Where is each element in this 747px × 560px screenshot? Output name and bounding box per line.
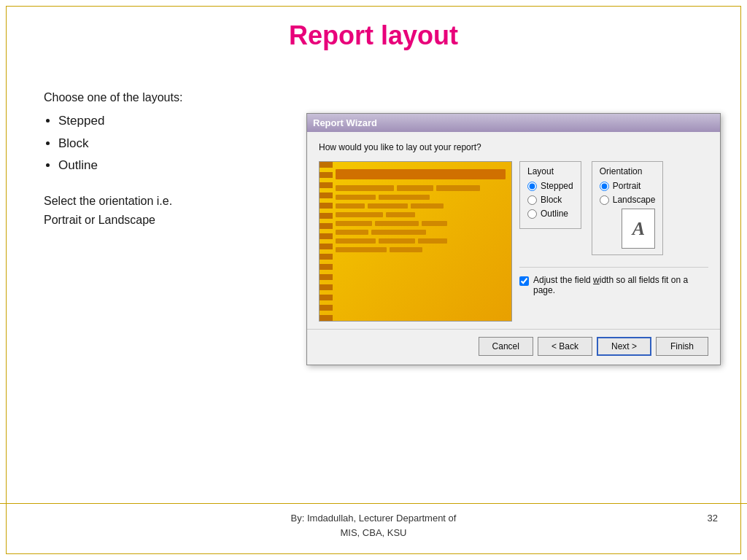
dialog-question: How would you like to lay out your repor… — [319, 142, 708, 152]
slide-title: Report layout — [0, 0, 747, 64]
layout-radio-stepped[interactable] — [527, 182, 537, 191]
preview-cell — [336, 247, 387, 252]
preview-row-6 — [336, 230, 506, 235]
preview-cell — [390, 247, 422, 252]
report-wizard-dialog: Report Wizard How would you like to lay … — [306, 113, 721, 365]
layout-outline-label: Outline — [541, 209, 568, 219]
intro-text: Choose one of the layouts: — [44, 88, 292, 107]
dialog-footer: Cancel < Back Next > Finish — [307, 329, 720, 365]
fit-fields-checkbox[interactable] — [519, 276, 529, 286]
right-panel: Layout Stepped Block Outline — [519, 161, 708, 295]
layout-group-label: Layout — [527, 166, 573, 176]
footer-line1: By: Imdadullah, Lecturer Department of — [291, 513, 457, 524]
checkbox-row: Adjust the field width so all fields fit… — [519, 267, 708, 295]
preview-cell — [371, 230, 426, 235]
preview-cell — [386, 212, 415, 217]
preview-cell — [336, 203, 365, 209]
footer-line2: MIS, CBA, KSU — [340, 527, 406, 538]
next-button[interactable]: Next > — [597, 337, 651, 356]
layout-option-stepped[interactable]: Stepped — [527, 181, 573, 191]
orientation-portrait-label: Portrait — [613, 181, 641, 191]
page-number: 32 — [708, 511, 718, 526]
preview-header — [336, 169, 506, 179]
layout-block-label: Block — [541, 195, 562, 205]
orientation-option-portrait[interactable]: Portrait — [600, 181, 656, 191]
bullet-outline: Outline — [58, 155, 292, 177]
preview-row-4 — [336, 212, 506, 217]
dialog-titlebar: Report Wizard — [307, 114, 720, 132]
preview-cell — [375, 221, 419, 226]
preview-row-5 — [336, 221, 506, 226]
preview-cell — [436, 185, 480, 191]
orientation-text: Select the orientation i.e.Portrait or L… — [44, 192, 292, 229]
preview-row-2 — [336, 195, 506, 200]
preview-cell — [336, 221, 372, 226]
dialog-main: Layout Stepped Block Outline — [319, 161, 708, 322]
preview-row-7 — [336, 238, 506, 244]
preview-cell — [418, 238, 447, 244]
layout-stepped-label: Stepped — [541, 181, 573, 191]
dialog-body: How would you like to lay out your repor… — [307, 132, 720, 329]
preview-content — [336, 169, 506, 256]
preview-cell — [411, 203, 444, 209]
preview-cell — [379, 195, 430, 200]
orientation-radio-landscape[interactable] — [600, 195, 609, 205]
preview-row-1 — [336, 185, 506, 191]
fit-fields-label: Adjust the field width so all fields fit… — [533, 275, 708, 295]
orientation-option-landscape[interactable]: Landscape — [600, 195, 656, 205]
preview-cell — [379, 238, 415, 244]
preview-cell — [397, 185, 433, 191]
orientation-preview-box: A — [622, 209, 655, 249]
layout-preview — [319, 161, 512, 322]
layout-option-outline[interactable]: Outline — [527, 209, 573, 219]
preview-cell — [336, 195, 376, 200]
orientation-radio-portrait[interactable] — [600, 182, 609, 191]
orientation-landscape-label: Landscape — [613, 195, 656, 205]
back-button[interactable]: < Back — [538, 337, 592, 356]
layout-radio-outline[interactable] — [527, 209, 537, 219]
preview-cell — [422, 221, 447, 226]
cancel-button[interactable]: Cancel — [479, 337, 533, 356]
preview-row-3 — [336, 203, 506, 209]
orientation-preview-letter: A — [632, 218, 645, 240]
layout-group: Layout Stepped Block Outline — [519, 161, 581, 229]
left-content: Choose one of the layouts: Stepped Block… — [44, 88, 292, 229]
spiral-binding — [320, 162, 333, 321]
orientation-group-label: Orientation — [600, 166, 656, 176]
bullet-block: Block — [58, 133, 292, 155]
bullet-list: Stepped Block Outline — [58, 110, 292, 177]
options-row: Layout Stepped Block Outline — [519, 161, 708, 255]
finish-button[interactable]: Finish — [656, 337, 708, 356]
preview-cell — [336, 185, 394, 191]
preview-cell — [336, 238, 376, 244]
preview-cell — [336, 230, 368, 235]
dialog-title: Report Wizard — [313, 117, 377, 128]
orientation-group: Orientation Portrait Landscape A — [592, 161, 664, 255]
layout-radio-block[interactable] — [527, 195, 537, 205]
bullet-stepped: Stepped — [58, 110, 292, 133]
preview-row-8 — [336, 247, 506, 252]
preview-cell — [368, 203, 408, 209]
slide-footer: By: Imdadullah, Lecturer Department of M… — [0, 503, 747, 540]
layout-option-block[interactable]: Block — [527, 195, 573, 205]
preview-cell — [336, 212, 383, 217]
